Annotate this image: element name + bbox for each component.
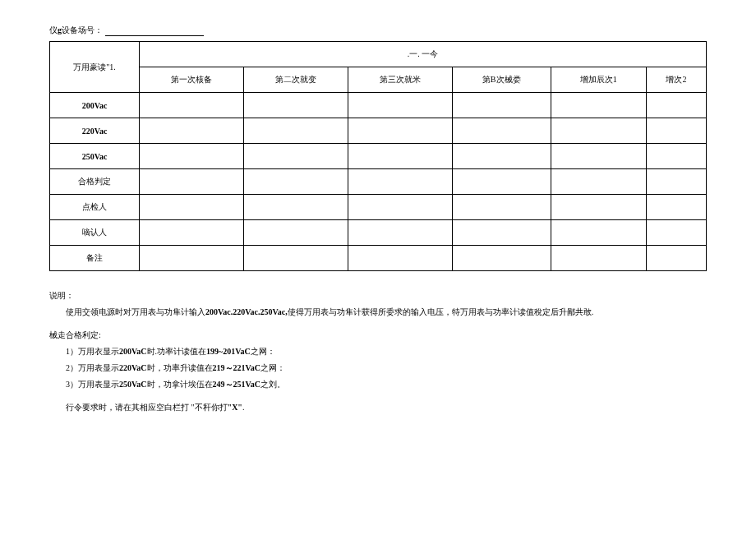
row-header: 200Vac [50,93,140,118]
table-cell[interactable] [348,118,452,144]
instruction-line: 行令要求时，请在其相应空白栏打 "不秆你打"X". [49,399,707,416]
table-cell[interactable] [243,93,348,118]
section-instruction: 行令要求时，请在其相应空白栏打 "不秆你打"X". [49,399,707,416]
table-cell[interactable] [646,220,706,246]
table-cell[interactable] [348,220,452,246]
section1-title: 说明： [49,288,707,304]
row-header: 220Vac [50,118,140,144]
table-cell[interactable] [348,169,452,195]
col-header: 第一次核备 [140,67,244,93]
table-cell[interactable] [243,118,348,144]
section-criteria: 械走合格利定: 1）万用衣显示200VaC时.功率计读值在199~201VaC之… [49,327,707,393]
table-cell[interactable] [551,118,646,144]
col-header: 第二次就变 [243,67,348,93]
table-cell[interactable] [452,93,551,118]
col-header: 第三次就米 [348,67,452,93]
table-cell[interactable] [551,246,646,271]
device-number-line: 仪g设备场号： [49,25,707,36]
table-cell[interactable] [646,93,706,118]
table-cell[interactable] [551,169,646,195]
table-cell[interactable] [140,118,244,144]
table-cell[interactable] [551,195,646,220]
table-cell[interactable] [551,220,646,246]
row-header: 合格判定 [50,169,140,195]
table-cell[interactable] [140,195,244,220]
table-cell[interactable] [243,246,348,271]
header-prefix: 仪 [49,25,58,35]
table-cell[interactable] [348,144,452,169]
table-cell[interactable] [348,246,452,271]
criteria-item-2: 2）万用表显示220VaC时，功率升读值在219～221VaC之网： [49,360,707,376]
table-cell[interactable] [140,220,244,246]
table-cell[interactable] [646,246,706,271]
section-explanation: 说明： 使用交领电源时对万用表与功隼计输入200Vac.220Vac.250Va… [49,288,707,321]
table-cell[interactable] [646,195,706,220]
criteria-item-1: 1）万用衣显示200VaC时.功率计读值在199~201VaC之网： [49,344,707,360]
table-cell[interactable] [452,220,551,246]
row-header: 点检人 [50,195,140,220]
table-cell[interactable] [452,169,551,195]
table-cell[interactable] [452,246,551,271]
table-cell[interactable] [243,169,348,195]
section2-title: 械走合格利定: [49,327,707,344]
table-cell[interactable] [243,220,348,246]
table-cell[interactable] [140,246,244,271]
table-cell[interactable] [452,144,551,169]
table-cell[interactable] [140,144,244,169]
table-cell[interactable] [452,195,551,220]
table-cell[interactable] [140,169,244,195]
table-cell[interactable] [646,118,706,144]
col-header: 第B次械娄 [452,67,551,93]
table-cell[interactable] [452,118,551,144]
table-cell[interactable] [551,93,646,118]
table-cell[interactable] [243,195,348,220]
col-header: 增加辰次1 [551,67,646,93]
table-top-header: .一. 一今 [140,42,707,67]
table-cell[interactable] [348,93,452,118]
header-suffix: 设备场号： [62,25,103,35]
row-header: 250Vac [50,144,140,169]
row-header: 备注 [50,246,140,271]
row-header: 嘀认人 [50,220,140,246]
table-cell[interactable] [140,93,244,118]
device-number-field[interactable] [105,25,204,36]
table-cell[interactable] [243,144,348,169]
table-cell[interactable] [348,195,452,220]
table-corner: 万用豪读"1. [50,42,140,93]
table-cell[interactable] [646,144,706,169]
table-cell[interactable] [551,144,646,169]
criteria-item-3: 3）万用表显示250VaC时，功拿计埃伍在249～251VaC之刘。 [49,376,707,393]
section1-body: 使用交领电源时对万用表与功隼计输入200Vac.220Vac.250Vac,使得… [49,304,707,321]
check-table: 万用豪读"1. .一. 一今 第一次核备 第二次就变 第三次就米 第B次械娄 增… [49,41,707,271]
col-header: 增次2 [646,67,706,93]
table-cell[interactable] [646,169,706,195]
